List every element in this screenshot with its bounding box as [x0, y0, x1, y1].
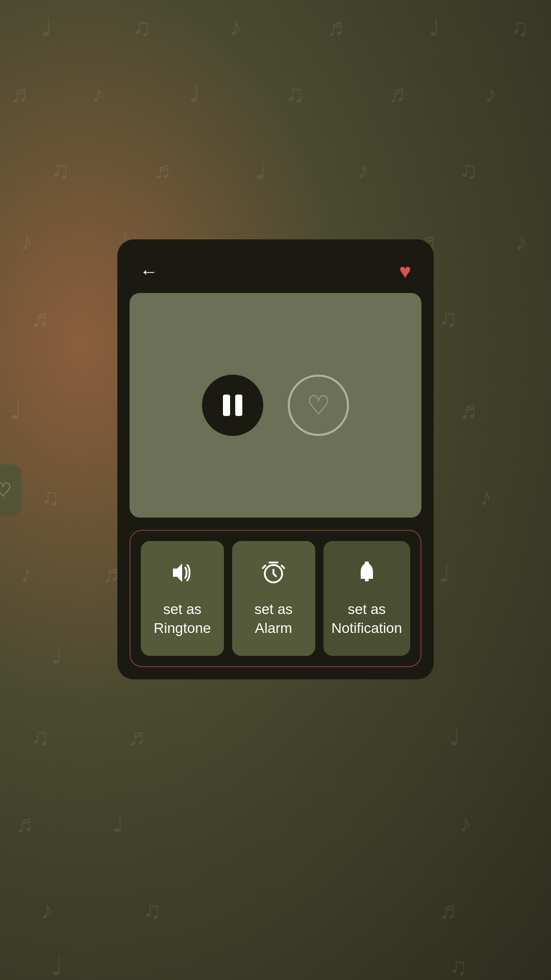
- back-button[interactable]: ←: [140, 262, 158, 281]
- ringtone-icon: [169, 559, 195, 590]
- pause-bar-right: [235, 395, 242, 416]
- pause-bar-left: [223, 395, 230, 416]
- page-container: ♡ ← ♥ ♡: [0, 0, 551, 980]
- card-header: ← ♥: [117, 239, 434, 293]
- pause-button[interactable]: [202, 375, 263, 436]
- side-heart-icon: ♡: [0, 479, 12, 501]
- main-card: ← ♥ ♡: [117, 239, 434, 679]
- notification-label: set asNotification: [332, 600, 403, 638]
- set-as-ringtone-button[interactable]: set asRingtone: [141, 541, 224, 656]
- ringtone-label: set asRingtone: [154, 600, 211, 638]
- album-art-player: ♡: [130, 293, 421, 518]
- like-button[interactable]: ♡: [288, 375, 349, 436]
- set-as-notification-button[interactable]: set asNotification: [323, 541, 411, 656]
- notification-icon: [354, 559, 380, 590]
- alarm-label: set asAlarm: [255, 600, 293, 638]
- actions-group: set asRingtone set asAlarm: [130, 530, 421, 667]
- svg-rect-1: [365, 579, 369, 581]
- svg-rect-2: [365, 561, 369, 564]
- like-heart-icon: ♡: [307, 392, 331, 419]
- set-as-alarm-button[interactable]: set asAlarm: [232, 541, 315, 656]
- side-favorite-button[interactable]: ♡: [0, 464, 21, 516]
- pause-icon: [223, 395, 242, 416]
- alarm-icon: [260, 559, 287, 590]
- favorite-button[interactable]: ♥: [399, 260, 411, 283]
